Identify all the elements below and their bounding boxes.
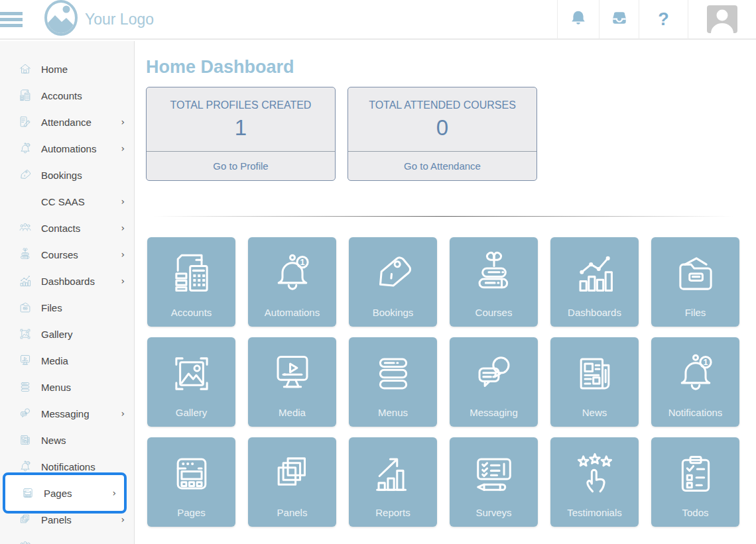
chevron-right-icon: › bbox=[121, 514, 125, 525]
gallery-icon bbox=[18, 327, 32, 341]
stat-link-go-to-attendance[interactable]: Go to Attendance bbox=[348, 151, 536, 180]
inbox-button[interactable] bbox=[599, 0, 639, 39]
tile-label: Courses bbox=[475, 307, 513, 318]
tile-automations[interactable]: 1 Automations bbox=[248, 237, 336, 327]
bookings-icon bbox=[18, 168, 32, 182]
tile-label: Messaging bbox=[470, 407, 518, 418]
inbox-icon bbox=[610, 9, 629, 29]
bell-icon: 1 bbox=[18, 459, 32, 474]
chevron-right-icon: › bbox=[121, 249, 125, 260]
page-title: Home Dashboard bbox=[146, 57, 736, 77]
sidebar-item-messaging[interactable]: Messaging › bbox=[0, 400, 134, 427]
sidebar-item-label: News bbox=[41, 435, 66, 446]
testimonials-icon bbox=[570, 437, 619, 507]
media-icon bbox=[18, 353, 32, 368]
files-icon bbox=[18, 300, 32, 315]
stat-link-go-to-profile[interactable]: Go to Profile bbox=[147, 151, 335, 180]
sidebar-item-label: CC SAAS bbox=[41, 196, 85, 207]
stat-value: 1 bbox=[235, 115, 247, 140]
sidebar-item-files[interactable]: Files › bbox=[0, 294, 134, 321]
bell-icon: 1 bbox=[268, 237, 317, 307]
sidebar-item-bookings[interactable]: Bookings › bbox=[0, 162, 134, 188]
help-button[interactable]: ? bbox=[639, 0, 688, 39]
tile-media[interactable]: Media bbox=[248, 337, 336, 427]
sidebar-item-courses[interactable]: Courses › bbox=[0, 241, 134, 268]
tile-label: Gallery bbox=[176, 407, 208, 418]
logo-text: Your Logo bbox=[85, 11, 154, 28]
tile-pages[interactable]: Pages bbox=[147, 437, 235, 527]
sidebar-item-contacts[interactable]: Contacts › bbox=[0, 215, 134, 241]
tile-accounts[interactable]: Accounts bbox=[147, 237, 235, 327]
contacts-icon bbox=[18, 221, 32, 235]
sidebar-item-label: Courses bbox=[41, 249, 78, 260]
logo[interactable]: Your Logo bbox=[44, 0, 154, 39]
stat-card-total-attended-courses: TOTAL ATTENDED COURSES 0 Go to Attendanc… bbox=[347, 87, 537, 181]
sidebar-item-accounts[interactable]: Accounts › bbox=[0, 82, 134, 109]
tile-label: Accounts bbox=[171, 307, 212, 318]
tile-panels[interactable]: Panels bbox=[248, 437, 336, 527]
dashboards-icon bbox=[18, 274, 32, 288]
sidebar-item-label: Messaging bbox=[41, 408, 90, 419]
chevron-right-icon: › bbox=[121, 408, 125, 419]
sidebar-item-media[interactable]: Media › bbox=[0, 347, 134, 374]
tile-courses[interactable]: Courses bbox=[450, 237, 538, 327]
tile-label: Menus bbox=[378, 407, 408, 418]
tile-label: Files bbox=[685, 307, 706, 318]
tile-label: Pages bbox=[177, 507, 206, 518]
account-button[interactable] bbox=[688, 0, 756, 39]
gallery-icon bbox=[167, 337, 216, 407]
panels-icon bbox=[268, 437, 317, 507]
chevron-right-icon: › bbox=[121, 196, 125, 207]
tile-testimonials[interactable]: Testimonials bbox=[550, 437, 639, 527]
tile-notifications[interactable]: 1 Notifications bbox=[651, 337, 739, 427]
tile-todos[interactable]: Todos bbox=[651, 437, 739, 527]
sidebar-item-cc-saas[interactable]: CC SAAS › bbox=[0, 188, 134, 215]
surveys-icon bbox=[470, 437, 519, 507]
sidebar-item-label: Menus bbox=[41, 382, 71, 393]
tile-label: Bookings bbox=[373, 307, 414, 318]
tile-messaging[interactable]: Messaging bbox=[450, 337, 538, 427]
sidebar-item-label: Files bbox=[41, 302, 62, 313]
chevron-right-icon: › bbox=[121, 117, 125, 127]
tile-bookings[interactable]: Bookings bbox=[349, 237, 437, 327]
hamburger-menu-icon[interactable] bbox=[0, 9, 23, 30]
tile-menus[interactable]: Menus bbox=[349, 337, 437, 427]
sidebar-item-label: Home bbox=[41, 64, 68, 75]
tile-surveys[interactable]: Surveys bbox=[450, 437, 538, 527]
tile-label: Testimonials bbox=[567, 507, 622, 518]
svg-text:1: 1 bbox=[300, 257, 304, 267]
chevron-right-icon: › bbox=[112, 488, 116, 498]
tile-files[interactable]: Files bbox=[651, 237, 739, 327]
sidebar-item-gallery[interactable]: Gallery › bbox=[0, 321, 134, 347]
tile-gallery[interactable]: Gallery bbox=[147, 337, 235, 427]
sidebar-item-automations[interactable]: 1 Automations › bbox=[0, 135, 134, 162]
sidebar-item-pages-highlighted[interactable]: Pages› bbox=[3, 472, 127, 514]
stat-label: TOTAL ATTENDED COURSES bbox=[369, 99, 516, 111]
help-icon: ? bbox=[658, 9, 669, 30]
sidebar-item-menus[interactable]: Menus › bbox=[0, 374, 134, 400]
header: Your Logo ? bbox=[0, 0, 756, 40]
media-icon bbox=[268, 337, 317, 407]
bell-icon bbox=[570, 9, 587, 29]
sidebar-item-attendance[interactable]: Attendance › bbox=[0, 109, 134, 135]
tile-label: Dashboards bbox=[568, 307, 621, 318]
logo-image-icon bbox=[44, 0, 78, 39]
stats-row: TOTAL PROFILES CREATED 1 Go to Profile T… bbox=[146, 87, 736, 181]
sidebar-item-news[interactable]: News › bbox=[0, 427, 134, 453]
sidebar-item-home[interactable]: Home › bbox=[0, 56, 134, 82]
sidebar-item-partial[interactable]: › bbox=[0, 533, 134, 544]
tile-label: Media bbox=[279, 407, 306, 418]
stat-value: 0 bbox=[436, 115, 448, 140]
stat-label: TOTAL PROFILES CREATED bbox=[170, 99, 312, 111]
tile-reports[interactable]: Reports bbox=[349, 437, 437, 527]
todos-icon bbox=[671, 437, 720, 507]
messaging-icon bbox=[18, 406, 32, 421]
sidebar-item-dashboards[interactable]: Dashboards › bbox=[0, 268, 134, 294]
chevron-right-icon: › bbox=[121, 276, 125, 286]
tile-news[interactable]: News bbox=[550, 337, 639, 427]
news-icon bbox=[570, 337, 619, 407]
tile-dashboards[interactable]: Dashboards bbox=[550, 237, 639, 327]
chevron-right-icon: › bbox=[121, 143, 125, 154]
accounts-icon bbox=[167, 237, 216, 307]
notifications-button[interactable] bbox=[557, 0, 599, 39]
